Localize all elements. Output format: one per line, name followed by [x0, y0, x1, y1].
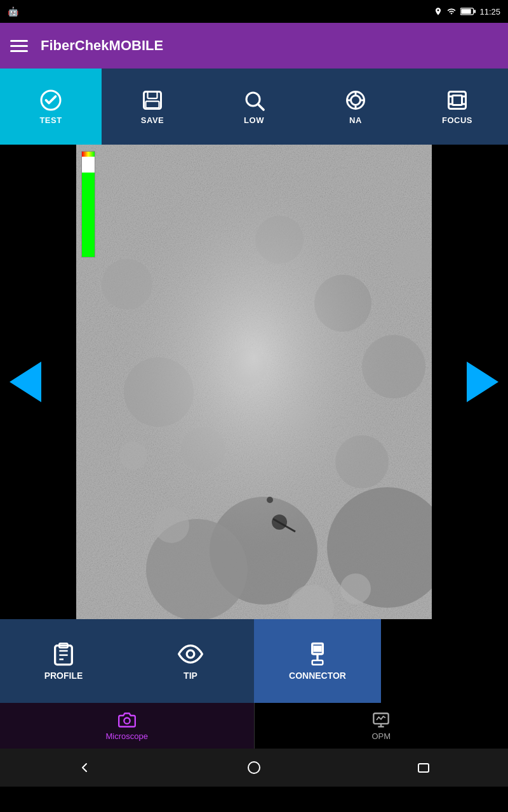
focus-label: FOCUS — [442, 115, 472, 125]
monitor-icon — [372, 711, 390, 729]
search-icon — [243, 89, 265, 112]
app-header: FiberChekMOBILE — [0, 23, 508, 69]
connector-tab-label: CONNECTOR — [289, 671, 346, 681]
nav-microscope[interactable]: Microscope — [0, 703, 255, 749]
tab-profile[interactable]: PROFILE — [0, 619, 127, 703]
time-display: 11:25 — [479, 7, 500, 16]
save-icon — [141, 89, 164, 112]
system-nav — [0, 749, 508, 787]
right-arrow-shape — [467, 362, 498, 402]
app-title: FiberChekMOBILE — [41, 37, 163, 54]
svg-rect-2 — [462, 9, 471, 14]
svg-rect-56 — [314, 646, 316, 651]
svg-point-10 — [351, 95, 361, 105]
toolbar: TEST SAVE LOW NA — [0, 69, 508, 145]
bottom-tabs: PROFILE TIP CONNECTOR — [0, 619, 508, 703]
svg-line-8 — [258, 104, 264, 109]
back-icon — [77, 760, 92, 775]
opm-nav-label: OPM — [371, 731, 391, 741]
microscope-view — [76, 145, 432, 619]
toolbar-test-button[interactable]: TEST — [0, 69, 102, 145]
location-icon — [434, 7, 443, 16]
profile-tab-label: PROFILE — [44, 671, 83, 681]
camera-icon — [118, 711, 136, 729]
toolbar-focus-button[interactable]: FOCUS — [406, 69, 508, 145]
low-label: LOW — [244, 115, 264, 125]
android-icon: 🤖 — [8, 6, 18, 16]
check-circle-icon — [39, 89, 62, 112]
svg-rect-15 — [449, 91, 466, 108]
toolbar-save-button[interactable]: SAVE — [102, 69, 203, 145]
svg-point-54 — [187, 650, 194, 658]
svg-rect-64 — [418, 764, 429, 772]
svg-rect-6 — [146, 101, 159, 108]
test-label: TEST — [39, 115, 62, 125]
nav-right-arrow[interactable] — [457, 357, 508, 407]
tab-tip[interactable]: TIP — [127, 619, 254, 703]
microscope-image — [76, 145, 432, 619]
svg-point-59 — [124, 717, 130, 723]
main-content — [0, 145, 508, 619]
level-top-bar — [82, 152, 95, 157]
home-button[interactable] — [238, 755, 270, 780]
svg-rect-48 — [76, 145, 432, 619]
na-label: NA — [349, 115, 362, 125]
hamburger-menu[interactable] — [10, 40, 28, 52]
svg-rect-16 — [453, 95, 462, 105]
wifi-icon — [446, 7, 457, 16]
toolbar-na-button[interactable]: NA — [305, 69, 406, 145]
svg-rect-5 — [148, 91, 157, 98]
scan-icon — [446, 89, 469, 112]
toolbar-low-button[interactable]: LOW — [203, 69, 305, 145]
svg-rect-57 — [319, 646, 321, 651]
nav-opm[interactable]: OPM — [255, 703, 509, 749]
microscope-nav-label: Microscope — [106, 731, 148, 741]
nav-bar: Microscope OPM — [0, 703, 508, 749]
hamburger-line-1 — [10, 40, 28, 42]
back-button[interactable] — [69, 755, 100, 780]
level-fill — [82, 173, 95, 257]
hamburger-line-3 — [10, 50, 28, 52]
status-bar: 🤖 11:25 — [0, 0, 508, 23]
svg-rect-58 — [312, 660, 323, 665]
battery-icon — [460, 7, 476, 16]
tip-tab-label: TIP — [184, 671, 197, 681]
level-indicator — [81, 151, 95, 258]
bottom-tab-spacer — [381, 619, 508, 703]
clipboard-icon — [51, 641, 76, 667]
connector-icon — [305, 641, 330, 667]
left-arrow-shape — [10, 362, 41, 402]
svg-rect-1 — [474, 10, 476, 13]
nav-left-arrow[interactable] — [0, 357, 51, 407]
svg-point-63 — [248, 762, 260, 773]
target-icon — [344, 89, 367, 112]
home-icon — [246, 760, 262, 775]
recents-icon — [416, 760, 431, 775]
status-right-icons: 11:25 — [434, 7, 500, 16]
save-label: SAVE — [141, 115, 164, 125]
tab-connector[interactable]: CONNECTOR — [254, 619, 381, 703]
hamburger-line-2 — [10, 45, 28, 47]
status-left-icons: 🤖 — [8, 6, 18, 16]
eye-icon — [178, 641, 203, 667]
recents-button[interactable] — [408, 755, 439, 780]
